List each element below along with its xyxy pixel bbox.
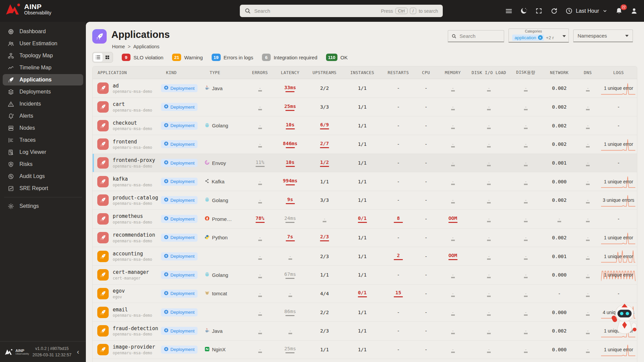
kind-badge: Deployment bbox=[161, 140, 198, 148]
disk-capacity-cell: - bbox=[508, 234, 543, 241]
table-row[interactable]: fraud-detection openmaru-msa-demo Deploy… bbox=[93, 322, 637, 341]
assistant-mascot[interactable] bbox=[610, 303, 639, 338]
application-namespace: openmaru-msa-demo bbox=[113, 201, 158, 206]
profile-button[interactable] bbox=[630, 7, 638, 15]
sidebar-item-label: Log Viewer bbox=[19, 149, 46, 155]
log-summary: 1 unique error bbox=[604, 254, 633, 259]
kind-label: Deployment bbox=[170, 217, 195, 222]
status-count: 6 bbox=[262, 54, 271, 61]
sidebar-item-label: Dashboard bbox=[19, 28, 46, 35]
sidebar-item-audit-logs[interactable]: Audit Logs bbox=[3, 171, 83, 182]
search-icon bbox=[245, 8, 251, 14]
kind-cell: Deployment bbox=[161, 271, 205, 279]
type-cell: Java bbox=[205, 328, 245, 334]
global-search[interactable]: Press Ctrl / to search bbox=[240, 5, 443, 17]
table-row[interactable]: checkout openmaru-msa-demo Deployment Go… bbox=[93, 116, 637, 135]
table-row[interactable]: frontend openmaru-msa-demo Deployment - … bbox=[93, 135, 637, 154]
cpu-cell: - bbox=[416, 309, 436, 315]
type-icon bbox=[205, 272, 210, 278]
sidebar-item-nodes[interactable]: Nodes bbox=[3, 122, 83, 134]
sidebar-item-label: Deployments bbox=[19, 89, 51, 95]
sidebar-collapse-button[interactable]: ‹ bbox=[75, 348, 81, 356]
rocket-icon bbox=[97, 269, 109, 281]
cpu-cell: - bbox=[416, 123, 436, 129]
sidebar-item-label: Timeline Map bbox=[19, 65, 51, 71]
table-row[interactable]: image-provider openmaru-msa-demo Deploym… bbox=[93, 341, 637, 359]
table-row[interactable]: cert-manager cert-manager Deployment Gol… bbox=[93, 266, 637, 285]
network-cell: 0.002 bbox=[543, 85, 575, 91]
kubernetes-icon bbox=[164, 291, 168, 296]
status-label: OK bbox=[340, 55, 348, 60]
fullscreen-button[interactable] bbox=[535, 7, 543, 15]
sidebar-item-risks[interactable]: Risks bbox=[3, 159, 83, 170]
breadcrumb-home[interactable]: Home bbox=[112, 44, 125, 49]
dns-cell: - bbox=[575, 309, 600, 316]
table-row[interactable]: prometheus openmaru-msa-demo Deployment … bbox=[93, 210, 637, 229]
application-namespace: openmaru-msa-demo bbox=[113, 183, 152, 187]
status-badge-errors-in-logs[interactable]: 19Errors in logs bbox=[212, 54, 253, 61]
view-toggle bbox=[92, 52, 113, 63]
remove-category-icon[interactable]: ✕ bbox=[538, 35, 543, 40]
table-row[interactable]: egov egov Deployment tomcat - - 4/4 0/1 … bbox=[93, 285, 637, 303]
application-cell: ad openmaru-msa-demo bbox=[93, 82, 161, 94]
sidebar-item-alerts[interactable]: Alerts bbox=[3, 110, 83, 122]
gear-icon bbox=[7, 203, 14, 209]
dark-mode-button[interactable] bbox=[520, 7, 528, 15]
sidebar-item-user-estimation[interactable]: User Estimation bbox=[3, 38, 83, 49]
table-row[interactable]: kafka openmaru-msa-demo Deployment Kafka… bbox=[93, 172, 637, 191]
sidebar-item-sre-report[interactable]: SRE Report bbox=[3, 183, 83, 194]
table-search-input[interactable] bbox=[460, 33, 500, 39]
status-count: 21 bbox=[172, 54, 181, 61]
table-row[interactable]: ad openmaru-msa-demo Deployment Java - 3… bbox=[93, 79, 637, 98]
sidebar-item-log-viewer[interactable]: Log Viewer bbox=[3, 146, 83, 158]
brand-logo[interactable]: AINP Observability bbox=[5, 3, 51, 15]
time-range-selector[interactable]: Last Hour bbox=[565, 7, 608, 15]
status-badge-integration-required[interactable]: 6Integration required bbox=[262, 54, 317, 61]
namespaces-filter[interactable]: Namespaces bbox=[573, 29, 633, 42]
network-cell: 0.002 bbox=[543, 197, 575, 203]
instances-cell: 1/1 bbox=[344, 141, 381, 147]
categories-filter[interactable]: Categories application ✕ +2 r bbox=[508, 28, 569, 43]
application-cell: egov egov bbox=[93, 288, 161, 299]
status-badge-slo-violation[interactable]: 9SLO violation bbox=[122, 54, 163, 61]
column-header: DISK용량 bbox=[508, 70, 543, 75]
sidebar-item-incidents[interactable]: Incidents bbox=[3, 98, 83, 110]
kind-badge: Deployment bbox=[161, 234, 198, 242]
type-icon bbox=[205, 235, 210, 241]
notifications-button[interactable]: 22 bbox=[615, 7, 623, 15]
table-row[interactable]: jaeger Deployment bbox=[93, 359, 637, 362]
instances-cell: 1/1 bbox=[344, 347, 381, 353]
type-cell: Prome… bbox=[205, 216, 245, 222]
refresh-button[interactable] bbox=[550, 7, 558, 15]
table-row[interactable]: frontend-proxy openmaru-msa-demo Deploym… bbox=[93, 154, 637, 173]
table-row[interactable]: product-catalog openmaru-msa-demo Deploy… bbox=[93, 191, 637, 210]
kubernetes-icon bbox=[164, 310, 168, 315]
sidebar-item-dashboard[interactable]: Dashboard bbox=[3, 26, 83, 37]
dns-cell: - bbox=[575, 272, 600, 278]
sidebar-item-settings[interactable]: Settings bbox=[3, 200, 83, 212]
rocket-icon bbox=[97, 307, 109, 318]
table-row[interactable]: accounting openmaru-msa-demo Deployment … bbox=[93, 247, 637, 266]
global-search-input[interactable] bbox=[254, 8, 378, 14]
menu-button[interactable] bbox=[505, 7, 513, 15]
list-view-button[interactable] bbox=[93, 53, 103, 62]
timeline-icon bbox=[7, 64, 14, 71]
errors-cell: - bbox=[245, 178, 275, 185]
grid-view-button[interactable] bbox=[103, 53, 112, 62]
instances-cell: 1/1 bbox=[344, 85, 381, 91]
sidebar-item-timeline-map[interactable]: Timeline Map bbox=[3, 62, 83, 73]
sidebar-item-deployments[interactable]: Deployments bbox=[3, 86, 83, 98]
instances-cell: 1/1 bbox=[344, 235, 381, 241]
status-badge-ok[interactable]: 110OK bbox=[326, 54, 347, 61]
warning-icon bbox=[7, 101, 14, 107]
table-row[interactable]: cart openmaru-msa-demo Deployment - 25ms… bbox=[93, 98, 637, 117]
log-summary: 1 unique error bbox=[604, 347, 633, 352]
status-badge-warning[interactable]: 21Warning bbox=[172, 54, 203, 61]
sidebar-item-traces[interactable]: Traces bbox=[3, 134, 83, 146]
sidebar-item-applications[interactable]: Applications bbox=[3, 74, 83, 85]
sidebar-item-topology-map[interactable]: Topology Map bbox=[3, 50, 83, 61]
table-search[interactable] bbox=[448, 30, 504, 42]
chevron-down-icon bbox=[602, 8, 608, 14]
table-row[interactable]: email openmaru-msa-demo Deployment - 86m… bbox=[93, 303, 637, 322]
table-row[interactable]: recommendation openmaru-msa-demo Deploym… bbox=[93, 229, 637, 247]
